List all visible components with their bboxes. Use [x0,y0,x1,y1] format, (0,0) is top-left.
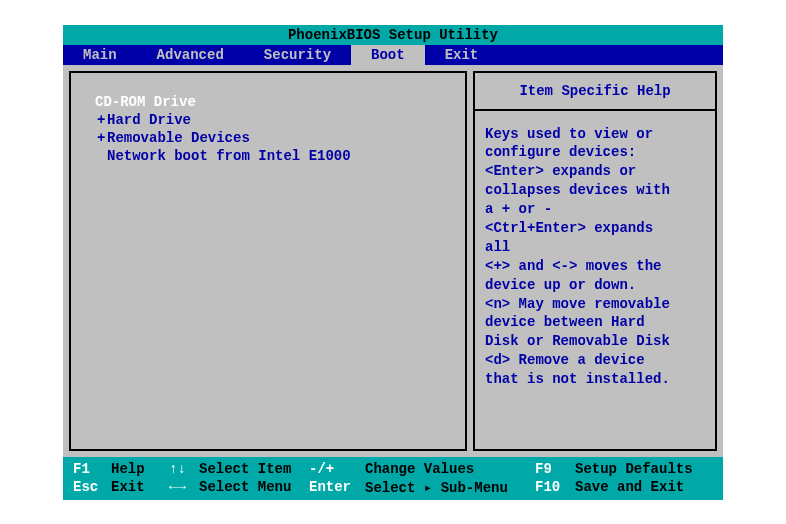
boot-item-label: Network boot from Intel E1000 [107,148,351,164]
help-line: <d> Remove a device [485,351,705,370]
expand-indicator: + [97,112,107,128]
boot-item-label: CD-ROM Drive [95,94,196,110]
help-line: device up or down. [485,276,705,295]
bios-window: PhoenixBIOS Setup Utility Main Advanced … [63,25,723,500]
help-panel: Item Specific Help Keys used to view or … [473,71,717,451]
help-line: <Ctrl+Enter> expands [485,219,705,238]
menu-advanced[interactable]: Advanced [137,45,244,65]
help-line: a + or - [485,200,705,219]
boot-order-panel: CD-ROM Drive +Hard Drive +Removable Devi… [69,71,467,451]
help-line: Keys used to view or [485,125,705,144]
key-enter[interactable]: Enter [309,479,365,495]
menu-boot[interactable]: Boot [351,45,425,65]
key-f9[interactable]: F9 [535,461,575,477]
menu-security[interactable]: Security [244,45,351,65]
action-exit: Exit [111,479,169,495]
boot-item-network[interactable]: Network boot from Intel E1000 [97,147,451,165]
key-f1[interactable]: F1 [73,461,111,477]
help-title: Item Specific Help [473,71,717,109]
title-text: PhoenixBIOS Setup Utility [288,27,498,43]
boot-item-cdrom[interactable]: CD-ROM Drive [85,93,451,111]
help-line: <+> and <-> moves the [485,257,705,276]
menu-bar: Main Advanced Security Boot Exit [63,45,723,65]
title-bar: PhoenixBIOS Setup Utility [63,25,723,45]
help-line: <n> May move removable [485,295,705,314]
key-esc[interactable]: Esc [73,479,111,495]
action-save-exit: Save and Exit [575,479,713,495]
help-line: all [485,238,705,257]
help-line: configure devices: [485,143,705,162]
boot-item-label: Hard Drive [107,112,191,128]
arrows-leftright-icon: ←→ [169,479,199,495]
action-change-values: Change Values [365,461,535,477]
action-help: Help [111,461,169,477]
arrows-updown-icon: ↑↓ [169,461,199,477]
action-setup-defaults: Setup Defaults [575,461,713,477]
expand-indicator: + [97,130,107,146]
boot-item-hdd[interactable]: +Hard Drive [97,111,451,129]
menu-main[interactable]: Main [63,45,137,65]
boot-item-removable[interactable]: +Removable Devices [97,129,451,147]
content-area: CD-ROM Drive +Hard Drive +Removable Devi… [63,65,723,457]
footer-bar: F1 Help ↑↓ Select Item -/+ Change Values… [63,457,723,500]
action-select-menu: Select Menu [199,479,309,495]
menu-exit[interactable]: Exit [425,45,499,65]
action-select-submenu: Select ▸ Sub-Menu [365,479,535,496]
action-select-item: Select Item [199,461,309,477]
help-line: Disk or Removable Disk [485,332,705,351]
key-f10[interactable]: F10 [535,479,575,495]
help-line: that is not installed. [485,370,705,389]
help-title-text: Item Specific Help [519,83,670,99]
help-line: <Enter> expands or [485,162,705,181]
boot-item-label: Removable Devices [107,130,250,146]
help-body: Keys used to view or configure devices: … [473,109,717,451]
help-line: collapses devices with [485,181,705,200]
help-line: device between Hard [485,313,705,332]
key-plusminus[interactable]: -/+ [309,461,365,477]
